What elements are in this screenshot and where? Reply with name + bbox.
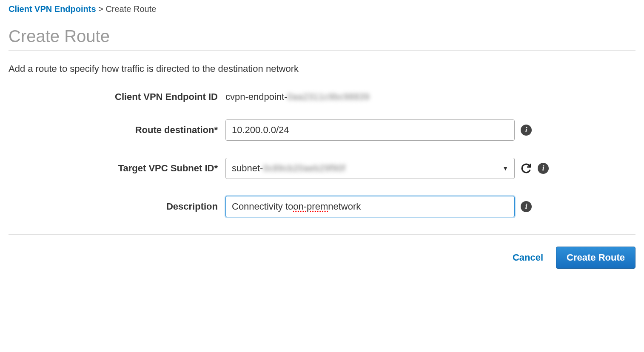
info-icon[interactable]: i [521,125,532,136]
input-route-destination[interactable] [225,119,515,141]
breadcrumb-parent-link[interactable]: Client VPN Endpoints [9,4,96,14]
cancel-button[interactable]: Cancel [513,252,543,263]
row-route-destination: Route destination* i [9,119,635,141]
refresh-icon[interactable] [521,163,532,174]
footer: Cancel Create Route [9,234,635,269]
row-description: Description Connectivity to on-prem netw… [9,196,635,217]
info-icon[interactable]: i [521,201,532,212]
label-target-subnet: Target VPC Subnet ID* [9,163,225,174]
breadcrumb-current: Create Route [105,4,156,14]
input-description[interactable]: Connectivity to on-prem network [225,196,515,217]
chevron-down-icon: ▼ [502,165,508,172]
value-endpoint-id: cvpn-endpoint-0aa2311c9bc98839 [225,91,370,102]
row-endpoint-id: Client VPN Endpoint ID cvpn-endpoint-0aa… [9,91,635,102]
breadcrumb-separator: > [98,4,105,14]
create-route-button[interactable]: Create Route [556,247,635,269]
row-target-subnet: Target VPC Subnet ID* subnet-0c89cb20aeb… [9,158,635,179]
label-description: Description [9,201,225,212]
label-endpoint-id: Client VPN Endpoint ID [9,91,225,102]
intro-text: Add a route to specify how traffic is di… [9,63,635,74]
select-target-subnet[interactable]: subnet-0c89cb20aeb29f90f ▼ [225,158,515,179]
page-title: Create Route [9,27,635,51]
info-icon[interactable]: i [538,163,549,174]
label-route-destination: Route destination* [9,125,225,136]
breadcrumb: Client VPN Endpoints > Create Route [9,4,635,14]
